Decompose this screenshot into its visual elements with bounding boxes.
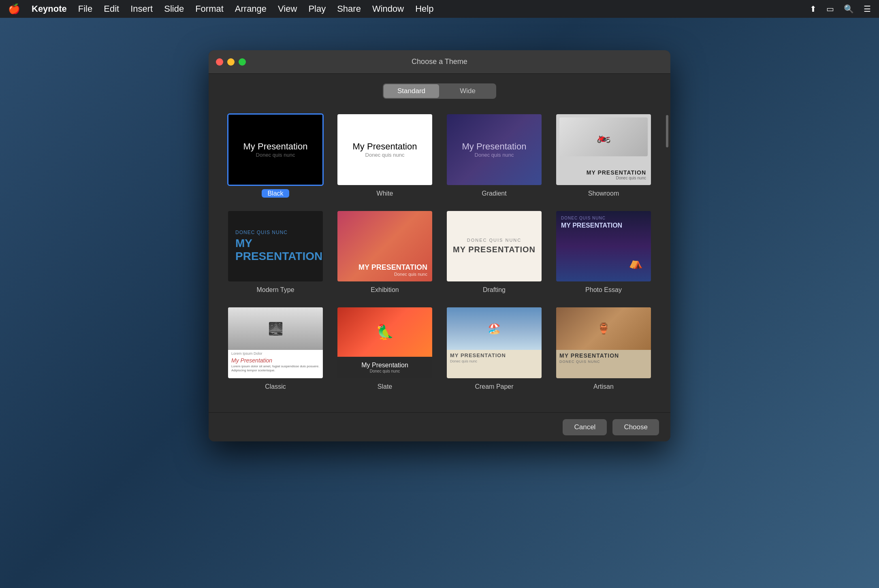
artisan-label: Artisan	[593, 383, 614, 390]
theme-classic[interactable]: 🌉 Lorem Ipsum Dolor My Presentation Lore…	[221, 302, 330, 398]
photo-essay-label: Photo Essay	[585, 286, 622, 294]
close-button[interactable]	[216, 58, 223, 66]
slate-sub: Donec quis nunc	[370, 369, 400, 373]
theme-cream-paper-thumb: 🏖️ MY PRESENTATION Donec quis nunc	[446, 307, 542, 379]
modern-type-title: MY PRESENTATION	[235, 237, 316, 263]
exhibition-sub: Donec quis nunc	[394, 272, 427, 277]
theme-black[interactable]: My Presentation Donec quis nunc Black	[221, 109, 330, 205]
modern-type-label: Modern Type	[256, 286, 294, 294]
tent-icon: ⛺	[629, 256, 643, 269]
airplay-icon[interactable]: ▭	[826, 4, 834, 14]
menu-view[interactable]: View	[278, 4, 297, 14]
menubar-right-icons: ⬆ ▭ 🔍 ☰	[810, 4, 871, 14]
menu-share[interactable]: Share	[337, 4, 361, 14]
showroom-label: Showroom	[588, 190, 619, 197]
showroom-title: MY PRESENTATION	[587, 169, 646, 176]
desktop: Choose a Theme Standard Wide My Presenta…	[0, 18, 879, 588]
theme-artisan[interactable]: 🏺 MY PRESENTATION DONEC QUIS NUNC Artisa…	[549, 302, 658, 398]
theme-slate[interactable]: 🦜 My Presentation Donec quis nunc Slate	[330, 302, 440, 398]
theme-gradient[interactable]: My Presentation Donec quis nunc Gradient	[440, 109, 549, 205]
menu-format[interactable]: Format	[195, 4, 224, 14]
exhibition-label: Exhibition	[371, 286, 399, 294]
scrollbar-track[interactable]	[666, 107, 669, 412]
traffic-lights	[216, 58, 246, 66]
theme-exhibition[interactable]: MY PRESENTATION Donec quis nunc Exhibiti…	[330, 205, 440, 302]
theme-chooser-dialog: Choose a Theme Standard Wide My Presenta…	[209, 50, 670, 441]
modern-type-label-text: DONEC QUIS NUNC	[235, 230, 316, 235]
theme-white-thumb: My Presentation Donec quis nunc	[337, 113, 433, 186]
theme-modern-type[interactable]: DONEC QUIS NUNC MY PRESENTATION Modern T…	[221, 205, 330, 302]
cream-paper-label: Cream Paper	[475, 383, 513, 390]
gradient-sub: Donec quis nunc	[475, 152, 514, 158]
dialog-footer: Cancel Choose	[209, 412, 670, 441]
menu-help[interactable]: Help	[415, 4, 433, 14]
showroom-moto-img: 🏍️	[559, 117, 648, 156]
cancel-button[interactable]: Cancel	[563, 419, 607, 435]
theme-modern-type-thumb: DONEC QUIS NUNC MY PRESENTATION	[227, 210, 324, 283]
black-title: My Presentation	[243, 141, 308, 152]
black-label: Black	[262, 189, 289, 198]
search-icon[interactable]: 🔍	[844, 4, 854, 14]
menu-insert[interactable]: Insert	[130, 4, 153, 14]
exhibition-title: MY PRESENTATION	[358, 263, 427, 272]
themes-grid: My Presentation Donec quis nunc Black My…	[209, 104, 670, 412]
menu-arrange[interactable]: Arrange	[235, 4, 267, 14]
gradient-title: My Presentation	[462, 141, 527, 152]
airdrop-icon[interactable]: ⬆	[810, 4, 817, 14]
scrollbar-thumb[interactable]	[666, 115, 668, 147]
menu-play[interactable]: Play	[308, 4, 326, 14]
slate-label: Slate	[378, 383, 392, 390]
theme-exhibition-thumb: MY PRESENTATION Donec quis nunc	[337, 210, 433, 283]
menubar: 🍎 Keynote File Edit Insert Slide Format …	[0, 0, 879, 18]
artisan-title: MY PRESENTATION	[556, 350, 651, 360]
theme-drafting-thumb: DONEC QUIS NUNC MY PRESENTATION	[446, 210, 542, 283]
gradient-label: Gradient	[482, 190, 506, 197]
cream-paper-sub: Donec quis nunc	[447, 359, 542, 363]
theme-cream-paper[interactable]: 🏖️ MY PRESENTATION Donec quis nunc Cream…	[440, 302, 549, 398]
app-name[interactable]: Keynote	[32, 4, 67, 14]
white-label: White	[377, 190, 393, 197]
theme-showroom-thumb: 🏍️ MY PRESENTATION Donec quis nunc	[555, 113, 652, 186]
minimize-button[interactable]	[227, 58, 235, 66]
theme-photo-essay-thumb: DONEC QUIS NUNC MY PRESENTATION ⛺	[555, 210, 652, 283]
showroom-sub: Donec quis nunc	[616, 176, 646, 180]
apple-menu[interactable]: 🍎	[8, 3, 20, 15]
theme-showroom[interactable]: 🏍️ MY PRESENTATION Donec quis nunc Showr…	[549, 109, 658, 205]
theme-slate-thumb: 🦜 My Presentation Donec quis nunc	[337, 307, 433, 379]
theme-artisan-thumb: 🏺 MY PRESENTATION DONEC QUIS NUNC	[555, 307, 652, 379]
standard-button[interactable]: Standard	[384, 84, 439, 98]
maximize-button[interactable]	[239, 58, 246, 66]
white-sub: Donec quis nunc	[365, 152, 405, 158]
artisan-pots-img: 🏺	[556, 307, 651, 350]
classic-body: Lorem ipsum dolor sit amet, fugiat suspe…	[228, 364, 323, 374]
dialog-titlebar: Choose a Theme	[209, 50, 670, 74]
cream-paper-title: MY PRESENTATION	[447, 350, 542, 359]
theme-white[interactable]: My Presentation Donec quis nunc White	[330, 109, 440, 205]
classic-bridge-img: 🌉	[228, 307, 323, 350]
dialog-title: Choose a Theme	[412, 58, 467, 66]
artisan-sub: DONEC QUIS NUNC	[556, 360, 651, 364]
theme-drafting[interactable]: DONEC QUIS NUNC MY PRESENTATION Drafting	[440, 205, 549, 302]
format-segmented-control[interactable]: Standard Wide	[383, 83, 496, 99]
classic-caption: Lorem Ipsum Dolor	[228, 350, 323, 357]
drafting-title: MY PRESENTATION	[453, 245, 536, 254]
theme-gradient-thumb: My Presentation Donec quis nunc	[446, 113, 542, 186]
menu-window[interactable]: Window	[372, 4, 404, 14]
photo-essay-title: MY PRESENTATION	[561, 222, 646, 229]
cream-paper-sea-img: 🏖️	[447, 307, 542, 350]
choose-button[interactable]: Choose	[612, 419, 659, 435]
slate-parrot-img: 🦜	[337, 307, 432, 357]
classic-title: My Presentation	[228, 357, 323, 364]
theme-classic-thumb: 🌉 Lorem Ipsum Dolor My Presentation Lore…	[227, 307, 324, 379]
theme-black-thumb: My Presentation Donec quis nunc	[227, 113, 324, 186]
drafting-label: Drafting	[483, 286, 506, 294]
bulletlist-icon[interactable]: ☰	[864, 4, 871, 14]
wide-button[interactable]: Wide	[440, 84, 495, 98]
black-sub: Donec quis nunc	[256, 152, 295, 158]
menu-edit[interactable]: Edit	[104, 4, 119, 14]
slate-title: My Presentation	[361, 362, 408, 369]
menu-slide[interactable]: Slide	[164, 4, 184, 14]
theme-photo-essay[interactable]: DONEC QUIS NUNC MY PRESENTATION ⛺ Photo …	[549, 205, 658, 302]
menu-file[interactable]: File	[78, 4, 92, 14]
drafting-label-text: DONEC QUIS NUNC	[467, 238, 522, 243]
